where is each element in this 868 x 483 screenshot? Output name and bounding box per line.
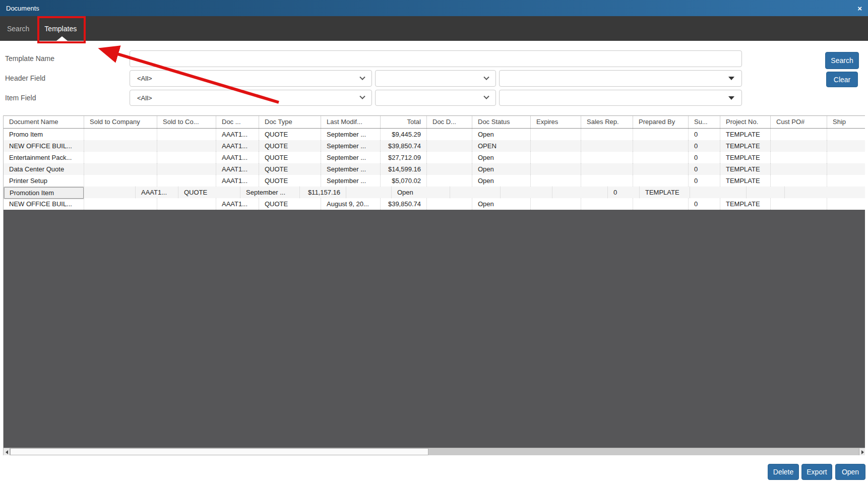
grid-cell[interactable]: Open — [472, 163, 531, 175]
grid-cell[interactable]: 0 — [689, 175, 720, 187]
clear-button[interactable]: Clear — [826, 72, 858, 87]
grid-cell[interactable] — [771, 175, 827, 187]
grid-cell[interactable]: AAAT1... — [216, 175, 259, 187]
grid-cell[interactable] — [157, 152, 216, 163]
search-button[interactable]: Search — [825, 52, 859, 69]
grid-cell[interactable] — [501, 187, 552, 198]
grid-cell[interactable]: QUOTE — [259, 163, 321, 175]
grid-cell[interactable]: NEW OFFICE BUIL... — [4, 198, 84, 210]
column-header[interactable]: Doc Type — [259, 116, 321, 128]
item-value-combobox[interactable] — [499, 90, 742, 106]
grid-cell[interactable] — [581, 129, 633, 140]
grid-cell[interactable] — [581, 152, 633, 163]
grid-cell[interactable]: Open — [472, 152, 531, 163]
grid-cell[interactable] — [581, 175, 633, 187]
grid-cell[interactable]: September ... — [240, 187, 300, 198]
grid-cell[interactable] — [84, 163, 157, 175]
grid-cell[interactable]: TEMPLATE — [720, 152, 771, 163]
grid-cell[interactable] — [771, 198, 827, 210]
header-field-select[interactable]: <All> — [130, 70, 372, 87]
table-row[interactable]: NEW OFFICE BUIL...AAAT1...QUOTESeptember… — [4, 140, 865, 152]
grid-cell[interactable] — [427, 152, 472, 163]
grid-cell[interactable]: AAAT1... — [216, 163, 259, 175]
grid-cell[interactable] — [690, 187, 747, 198]
grid-cell[interactable]: QUOTE — [259, 175, 321, 187]
grid-cell[interactable] — [633, 152, 689, 163]
grid-cell[interactable]: 0 — [689, 198, 720, 210]
column-header[interactable]: Sold to Co... — [157, 116, 216, 128]
column-header[interactable]: Sales Rep. — [581, 116, 633, 128]
grid-cell[interactable] — [157, 198, 216, 210]
grid-cell[interactable]: September ... — [321, 175, 381, 187]
column-header[interactable]: Doc Status — [472, 116, 531, 128]
close-icon[interactable]: × — [857, 5, 862, 12]
grid-cell[interactable] — [827, 152, 865, 163]
column-header[interactable]: Expires — [531, 116, 581, 128]
grid-cell[interactable]: QUOTE — [259, 140, 321, 152]
grid-cell[interactable]: OPEN — [472, 140, 531, 152]
grid-cell[interactable]: Open — [472, 129, 531, 140]
grid-cell[interactable] — [427, 175, 472, 187]
grid-cell[interactable]: Promotion Item — [4, 187, 84, 199]
grid-cell[interactable] — [427, 140, 472, 152]
column-header[interactable]: Prepared By — [633, 116, 689, 128]
grid-cell[interactable] — [531, 140, 581, 152]
grid-cell[interactable]: $14,599.16 — [381, 163, 427, 175]
scroll-left-button[interactable] — [4, 448, 10, 455]
grid-cell[interactable]: TEMPLATE — [720, 175, 771, 187]
grid-cell[interactable]: Promo Item — [4, 129, 84, 140]
column-header[interactable]: Doc ... — [216, 116, 259, 128]
grid-cell[interactable]: Entertainment Pack... — [4, 152, 84, 163]
grid-cell[interactable]: AAAT1... — [136, 187, 178, 198]
grid-cell[interactable]: TEMPLATE — [640, 187, 690, 198]
grid-cell[interactable]: Data Center Quote — [4, 163, 84, 175]
export-button[interactable]: Export — [801, 464, 832, 480]
grid-cell[interactable] — [531, 175, 581, 187]
scrollbar-thumb[interactable] — [10, 448, 428, 455]
tab-search[interactable]: Search — [7, 25, 29, 33]
column-header[interactable]: Last Modif... — [321, 116, 381, 128]
grid-cell[interactable]: AAAT1... — [216, 152, 259, 163]
grid-cell[interactable]: September ... — [321, 140, 381, 152]
column-header[interactable]: Ship — [827, 116, 865, 128]
grid-cell[interactable] — [633, 129, 689, 140]
column-header[interactable]: Project No. — [720, 116, 771, 128]
grid-cell[interactable] — [427, 129, 472, 140]
column-header[interactable]: Doc D... — [427, 116, 472, 128]
grid-cell[interactable]: TEMPLATE — [720, 129, 771, 140]
grid-cell[interactable] — [552, 187, 608, 198]
grid-cell[interactable]: Open — [472, 175, 531, 187]
grid-cell[interactable]: 0 — [608, 187, 640, 198]
header-operator-select[interactable] — [375, 70, 496, 87]
column-header[interactable]: Document Name — [4, 116, 84, 128]
grid-cell[interactable]: QUOTE — [259, 129, 321, 140]
grid-cell[interactable] — [531, 129, 581, 140]
item-operator-select[interactable] — [375, 90, 496, 106]
grid-cell[interactable] — [84, 140, 157, 152]
grid-cell[interactable]: $11,157.16 — [300, 187, 346, 198]
grid-cell[interactable]: $39,850.74 — [381, 140, 427, 152]
grid-cell[interactable] — [157, 175, 216, 187]
grid-cell[interactable]: September ... — [321, 163, 381, 175]
grid-cell[interactable] — [771, 129, 827, 140]
grid-cell[interactable] — [581, 140, 633, 152]
grid-cell[interactable] — [346, 187, 392, 198]
grid-cell[interactable] — [827, 140, 865, 152]
template-name-input[interactable] — [130, 50, 742, 67]
grid-cell[interactable] — [531, 152, 581, 163]
horizontal-scrollbar[interactable] — [4, 448, 865, 455]
grid-cell[interactable] — [157, 140, 216, 152]
grid-cell[interactable] — [827, 198, 865, 210]
grid-cell[interactable] — [633, 198, 689, 210]
grid-cell[interactable] — [157, 163, 216, 175]
grid-cell[interactable]: QUOTE — [178, 187, 240, 198]
grid-cell[interactable]: $27,712.09 — [381, 152, 427, 163]
grid-cell[interactable]: NEW OFFICE BUIL... — [4, 140, 84, 152]
delete-button[interactable]: Delete — [768, 464, 799, 480]
grid-cell[interactable] — [84, 175, 157, 187]
grid-cell[interactable] — [84, 198, 157, 210]
scroll-right-button[interactable] — [859, 448, 865, 455]
grid-cell[interactable]: TEMPLATE — [720, 163, 771, 175]
table-row[interactable]: Data Center QuoteAAAT1...QUOTESeptember … — [4, 163, 865, 175]
grid-cell[interactable] — [827, 175, 865, 187]
